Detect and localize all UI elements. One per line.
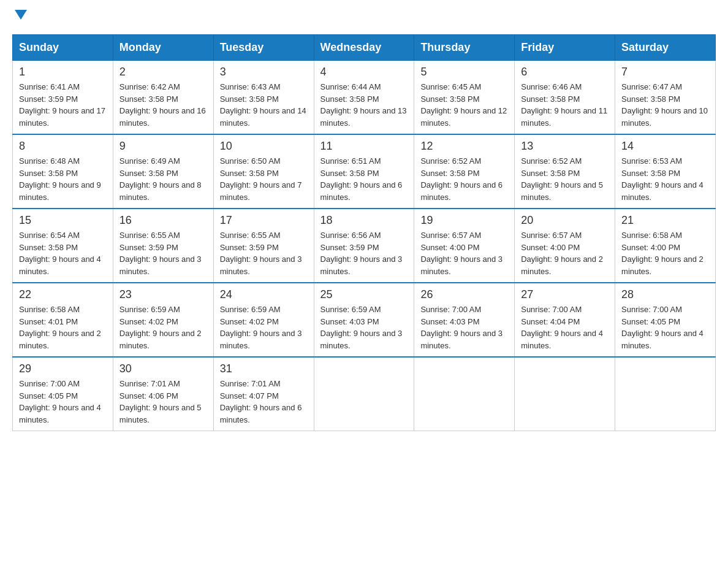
day-number: 17	[220, 214, 308, 227]
calendar-day-cell: 4Sunrise: 6:44 AMSunset: 3:58 PMDaylight…	[314, 61, 414, 135]
calendar-day-cell: 24Sunrise: 6:59 AMSunset: 4:02 PMDayligh…	[213, 283, 314, 357]
calendar-day-cell: 13Sunrise: 6:52 AMSunset: 3:58 PMDayligh…	[515, 134, 615, 209]
calendar-day-cell: 15Sunrise: 6:54 AMSunset: 3:58 PMDayligh…	[13, 209, 113, 283]
day-info: Sunrise: 6:59 AMSunset: 4:02 PMDaylight:…	[220, 304, 308, 351]
day-info: Sunrise: 6:49 AMSunset: 3:58 PMDaylight:…	[119, 155, 207, 203]
calendar-day-cell: 5Sunrise: 6:45 AMSunset: 3:58 PMDaylight…	[414, 61, 515, 135]
day-number: 12	[420, 140, 508, 153]
calendar-week-row: 8Sunrise: 6:48 AMSunset: 3:58 PMDaylight…	[13, 134, 716, 209]
day-number: 23	[119, 288, 207, 301]
calendar-day-cell: 17Sunrise: 6:55 AMSunset: 3:59 PMDayligh…	[213, 209, 314, 283]
day-number: 6	[521, 66, 609, 79]
day-number: 14	[621, 140, 709, 153]
calendar-day-cell: 16Sunrise: 6:55 AMSunset: 3:59 PMDayligh…	[113, 209, 213, 283]
day-info: Sunrise: 7:00 AMSunset: 4:04 PMDaylight:…	[521, 304, 609, 351]
day-number: 8	[19, 140, 107, 153]
calendar-day-cell: 23Sunrise: 6:59 AMSunset: 4:02 PMDayligh…	[113, 283, 213, 357]
calendar-day-cell: 11Sunrise: 6:51 AMSunset: 3:58 PMDayligh…	[314, 134, 414, 209]
day-number: 25	[320, 288, 408, 301]
day-info: Sunrise: 6:46 AMSunset: 3:58 PMDaylight:…	[521, 81, 609, 129]
calendar-day-cell: 31Sunrise: 7:01 AMSunset: 4:07 PMDayligh…	[213, 357, 314, 431]
day-number: 20	[521, 214, 609, 227]
day-info: Sunrise: 6:55 AMSunset: 3:59 PMDaylight:…	[220, 229, 308, 277]
day-info: Sunrise: 7:01 AMSunset: 4:06 PMDaylight:…	[119, 378, 207, 426]
day-info: Sunrise: 6:58 AMSunset: 4:00 PMDaylight:…	[621, 229, 709, 277]
header-tuesday: Tuesday	[213, 35, 314, 61]
calendar-day-cell: 22Sunrise: 6:58 AMSunset: 4:01 PMDayligh…	[13, 283, 113, 357]
day-number: 31	[220, 362, 308, 375]
day-info: Sunrise: 6:59 AMSunset: 4:02 PMDaylight:…	[119, 304, 207, 351]
day-number: 4	[320, 66, 408, 79]
calendar-day-cell: 6Sunrise: 6:46 AMSunset: 3:58 PMDaylight…	[515, 61, 615, 135]
day-info: Sunrise: 6:42 AMSunset: 3:58 PMDaylight:…	[119, 81, 207, 129]
calendar-week-row: 29Sunrise: 7:00 AMSunset: 4:05 PMDayligh…	[13, 357, 716, 431]
weekday-header-row: Sunday Monday Tuesday Wednesday Thursday…	[13, 35, 716, 61]
day-number: 24	[220, 288, 308, 301]
day-number: 28	[621, 288, 709, 301]
day-info: Sunrise: 6:52 AMSunset: 3:58 PMDaylight:…	[521, 155, 609, 203]
calendar-day-cell: 25Sunrise: 6:59 AMSunset: 4:03 PMDayligh…	[314, 283, 414, 357]
day-info: Sunrise: 7:00 AMSunset: 4:05 PMDaylight:…	[19, 378, 107, 426]
calendar-day-cell: 10Sunrise: 6:50 AMSunset: 3:58 PMDayligh…	[213, 134, 314, 209]
day-info: Sunrise: 6:47 AMSunset: 3:58 PMDaylight:…	[621, 81, 709, 129]
day-number: 5	[420, 66, 508, 79]
calendar-day-cell: 2Sunrise: 6:42 AMSunset: 3:58 PMDaylight…	[113, 61, 213, 135]
header-thursday: Thursday	[414, 35, 515, 61]
calendar-day-cell: 20Sunrise: 6:57 AMSunset: 4:00 PMDayligh…	[515, 209, 615, 283]
calendar-day-cell: 29Sunrise: 7:00 AMSunset: 4:05 PMDayligh…	[13, 357, 113, 431]
day-number: 2	[119, 66, 207, 79]
calendar-day-cell	[515, 357, 615, 431]
calendar-day-cell	[414, 357, 515, 431]
calendar-day-cell: 27Sunrise: 7:00 AMSunset: 4:04 PMDayligh…	[515, 283, 615, 357]
day-number: 22	[19, 288, 107, 301]
day-number: 16	[119, 214, 207, 227]
calendar-day-cell	[615, 357, 716, 431]
calendar-day-cell: 26Sunrise: 7:00 AMSunset: 4:03 PMDayligh…	[414, 283, 515, 357]
calendar-day-cell: 28Sunrise: 7:00 AMSunset: 4:05 PMDayligh…	[615, 283, 716, 357]
day-info: Sunrise: 7:01 AMSunset: 4:07 PMDaylight:…	[220, 378, 308, 426]
day-number: 10	[220, 140, 308, 153]
header-saturday: Saturday	[615, 35, 716, 61]
calendar-day-cell: 21Sunrise: 6:58 AMSunset: 4:00 PMDayligh…	[615, 209, 716, 283]
day-number: 26	[420, 288, 508, 301]
day-info: Sunrise: 6:50 AMSunset: 3:58 PMDaylight:…	[220, 155, 308, 203]
day-info: Sunrise: 6:57 AMSunset: 4:00 PMDaylight:…	[521, 229, 609, 277]
day-info: Sunrise: 7:00 AMSunset: 4:05 PMDaylight:…	[621, 304, 709, 351]
day-info: Sunrise: 6:59 AMSunset: 4:03 PMDaylight:…	[320, 304, 408, 351]
day-info: Sunrise: 7:00 AMSunset: 4:03 PMDaylight:…	[420, 304, 508, 351]
calendar-day-cell: 3Sunrise: 6:43 AMSunset: 3:58 PMDaylight…	[213, 61, 314, 135]
calendar-week-row: 15Sunrise: 6:54 AMSunset: 3:58 PMDayligh…	[13, 209, 716, 283]
day-number: 21	[621, 214, 709, 227]
day-info: Sunrise: 6:48 AMSunset: 3:58 PMDaylight:…	[19, 155, 107, 203]
day-number: 19	[420, 214, 508, 227]
day-number: 15	[19, 214, 107, 227]
day-info: Sunrise: 6:41 AMSunset: 3:59 PMDaylight:…	[19, 81, 107, 129]
logo	[12, 12, 27, 22]
day-info: Sunrise: 6:58 AMSunset: 4:01 PMDaylight:…	[19, 304, 107, 351]
day-number: 30	[119, 362, 207, 375]
day-number: 29	[19, 362, 107, 375]
day-number: 18	[320, 214, 408, 227]
calendar-day-cell: 30Sunrise: 7:01 AMSunset: 4:06 PMDayligh…	[113, 357, 213, 431]
day-number: 3	[220, 66, 308, 79]
calendar-body: 1Sunrise: 6:41 AMSunset: 3:59 PMDaylight…	[13, 61, 716, 431]
day-info: Sunrise: 6:54 AMSunset: 3:58 PMDaylight:…	[19, 229, 107, 277]
page-header	[12, 12, 716, 22]
calendar-week-row: 22Sunrise: 6:58 AMSunset: 4:01 PMDayligh…	[13, 283, 716, 357]
calendar-week-row: 1Sunrise: 6:41 AMSunset: 3:59 PMDaylight…	[13, 61, 716, 135]
calendar-day-cell: 12Sunrise: 6:52 AMSunset: 3:58 PMDayligh…	[414, 134, 515, 209]
day-number: 9	[119, 140, 207, 153]
calendar-day-cell: 18Sunrise: 6:56 AMSunset: 3:59 PMDayligh…	[314, 209, 414, 283]
logo-triangle-icon	[15, 10, 27, 20]
calendar-table: Sunday Monday Tuesday Wednesday Thursday…	[12, 34, 716, 431]
header-sunday: Sunday	[13, 35, 113, 61]
calendar-day-cell: 8Sunrise: 6:48 AMSunset: 3:58 PMDaylight…	[13, 134, 113, 209]
calendar-day-cell: 14Sunrise: 6:53 AMSunset: 3:58 PMDayligh…	[615, 134, 716, 209]
day-number: 1	[19, 66, 107, 79]
day-info: Sunrise: 6:56 AMSunset: 3:59 PMDaylight:…	[320, 229, 408, 277]
day-number: 27	[521, 288, 609, 301]
day-number: 11	[320, 140, 408, 153]
day-info: Sunrise: 6:52 AMSunset: 3:58 PMDaylight:…	[420, 155, 508, 203]
header-friday: Friday	[515, 35, 615, 61]
day-number: 7	[621, 66, 709, 79]
